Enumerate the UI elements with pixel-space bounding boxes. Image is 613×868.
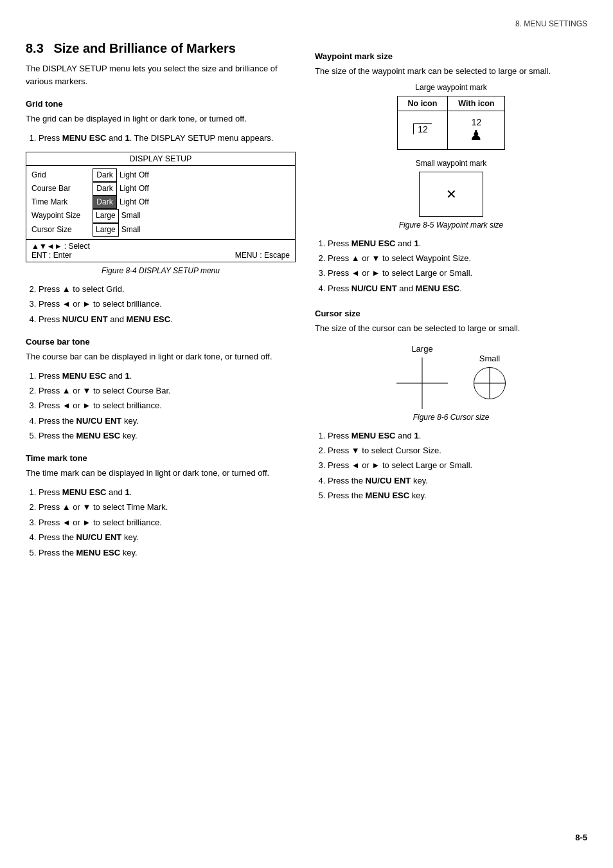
step-1: Press MENU ESC and 1. The DISPLAY SETUP … — [39, 131, 296, 145]
right-column: Waypoint mark size The size of the waypo… — [315, 41, 587, 820]
tms-2: Press ▲ or ▼ to select Time Mark. — [39, 500, 296, 514]
cbs-4: Press the NU/CU ENT key. — [39, 413, 296, 428]
nu-cu-ent-bold: NU/CU ENT — [62, 314, 108, 324]
ds-row-waypointsize: Waypoint Size Large Small — [31, 209, 290, 222]
course-bar-steps: Press MENU ESC and 1. Press ▲ or ▼ to se… — [39, 368, 296, 444]
large-waypoint-label: Large waypoint mark — [315, 83, 587, 92]
footer-ent: ENT : Enter — [31, 251, 71, 260]
waypoint-steps: Press MENU ESC and 1. Press ▲ or ▼ to se… — [328, 236, 587, 296]
footer-row-1: ▲▼◄► : Select — [31, 242, 290, 251]
cs-2: Press ▼ to select Cursor Size. — [328, 443, 587, 458]
section-heading: 8.3 Size and Brilliance of Markers — [26, 41, 296, 56]
tms-3: Press ◄ or ► to select brilliance. — [39, 515, 296, 530]
cursor-small-crosshair — [474, 367, 506, 399]
ds-row-cursorsize: Cursor Size Large Small — [31, 223, 290, 237]
page-number: 8-5 — [26, 833, 587, 842]
section-intro: The DISPLAY SETUP menu lets you select t… — [26, 62, 296, 87]
step-2: Press ▲ to select Grid. — [39, 282, 296, 296]
section-number: 8.3 — [26, 41, 44, 55]
header-text: 8. MENU SETTINGS — [515, 19, 587, 28]
ws-3: Press ◄ or ► to select Large or Small. — [328, 266, 587, 280]
display-setup-title: DISPLAY SETUP — [26, 152, 295, 166]
step-4: Press NU/CU ENT and MENU ESC. — [39, 312, 296, 327]
time-mark-steps: Press MENU ESC and 1. Press ▲ or ▼ to se… — [39, 485, 296, 560]
two-column-layout: 8.3 Size and Brilliance of Markers The D… — [26, 41, 587, 820]
grid-tone-steps-cont: Press ▲ to select Grid. Press ◄ or ► to … — [39, 282, 296, 327]
cursor-large-label: Large — [411, 344, 432, 354]
waypoint-mark-size-title: Waypoint mark size — [315, 51, 587, 61]
cursor-small-figure: Small — [474, 354, 506, 399]
wpt-table-data-row: 12 12 ♟ — [397, 111, 505, 149]
ws-1: Press MENU ESC and 1. — [328, 236, 587, 251]
cs-3: Press ◄ or ► to select Large or Small. — [328, 458, 587, 473]
person-icon: ♟ — [458, 129, 494, 143]
ds-row-grid: Grid Dark Light Off — [31, 168, 290, 182]
ws-2: Press ▲ or ▼ to select Waypoint Size. — [328, 251, 587, 266]
section-title: Size and Brilliance of Markers — [53, 41, 235, 55]
grid-tone-body: The grid can be displayed in light or da… — [26, 113, 296, 125]
cs-1: Press MENU ESC and 1. — [328, 428, 587, 443]
cbs-5: Press the MENU ESC key. — [39, 428, 296, 443]
one-bold: 1 — [125, 133, 129, 143]
wpt-table-header-row: No icon With icon — [397, 96, 505, 111]
ds-row-timemark: Time Mark Dark Light Off — [31, 195, 290, 209]
course-bar-tone-body: The course bar can be displayed in light… — [26, 350, 296, 363]
col-with-icon: With icon — [448, 96, 505, 111]
fig6-caption: Figure 8-6 Cursor size — [315, 413, 587, 422]
small-waypoint-label: Small waypoint mark — [315, 159, 587, 168]
cs-5: Press the MENU ESC key. — [328, 488, 587, 503]
cursor-steps: Press MENU ESC and 1. Press ▼ to select … — [328, 428, 587, 503]
cs-4: Press the NU/CU ENT key. — [328, 473, 587, 488]
footer-menu: MENU : Escape — [235, 251, 290, 260]
fig4-caption: Figure 8-4 DISPLAY SETUP menu — [26, 266, 296, 275]
left-column: 8.3 Size and Brilliance of Markers The D… — [26, 41, 296, 820]
fig5-caption: Figure 8-5 Waypoint mark size — [315, 221, 587, 230]
cursor-figure: Large Small — [315, 344, 587, 409]
cursor-large-crosshair — [396, 357, 448, 409]
cursor-small-label: Small — [479, 354, 501, 363]
with-icon-cell: 12 ♟ — [448, 111, 505, 149]
grid-tone-steps: Press MENU ESC and 1. The DISPLAY SETUP … — [39, 131, 296, 145]
cursor-size-title: Cursor size — [315, 309, 587, 318]
menu-esc-bold2: MENU ESC — [127, 314, 171, 324]
no-icon-cell: 12 — [397, 111, 448, 149]
menu-esc-bold: MENU ESC — [62, 133, 107, 143]
cbs-1: Press MENU ESC and 1. — [39, 368, 296, 383]
time-mark-tone-body: The time mark can be displayed in light … — [26, 467, 296, 480]
cursor-size-body: The size of the cursor can be selected t… — [315, 322, 587, 335]
with-icon-number: 12 — [458, 117, 494, 127]
tms-1: Press MENU ESC and 1. — [39, 485, 296, 500]
x-mark-icon: ✕ — [446, 186, 457, 202]
cbs-3: Press ◄ or ► to select brilliance. — [39, 398, 296, 413]
display-setup-footer: ▲▼◄► : Select ENT : Enter MENU : Escape — [26, 239, 295, 262]
time-mark-tone-title: Time mark tone — [26, 453, 296, 463]
tms-5: Press the MENU ESC key. — [39, 545, 296, 560]
step-3: Press ◄ or ► to select brilliance. — [39, 296, 296, 311]
tms-4: Press the NU/CU ENT key. — [39, 530, 296, 545]
grid-tone-title: Grid tone — [26, 99, 296, 109]
ds-row-coursebar: Course Bar Dark Light Off — [31, 182, 290, 195]
waypoint-size-table: No icon With icon 12 12 ♟ — [397, 96, 506, 150]
v-line — [422, 357, 423, 409]
col-no-icon: No icon — [397, 96, 448, 111]
display-setup-box: DISPLAY SETUP Grid Dark Light Off Course… — [26, 152, 296, 262]
page-header: 8. MENU SETTINGS — [26, 19, 587, 28]
page: 8. MENU SETTINGS 8.3 Size and Brilliance… — [0, 0, 613, 868]
cbs-2: Press ▲ or ▼ to select Course Bar. — [39, 383, 296, 398]
course-bar-tone-title: Course bar tone — [26, 337, 296, 347]
display-setup-body: Grid Dark Light Off Course Bar Dark Ligh… — [26, 166, 295, 239]
footer-row-2: ENT : Enter MENU : Escape — [31, 251, 290, 260]
ws-4: Press NU/CU ENT and MENU ESC. — [328, 281, 587, 296]
small-waypoint-box: ✕ — [419, 172, 483, 217]
no-icon-number-box: 12 — [413, 123, 432, 134]
cursor-large-figure: Large — [396, 344, 448, 409]
waypoint-mark-size-body: The size of the waypoint mark can be sel… — [315, 65, 587, 78]
